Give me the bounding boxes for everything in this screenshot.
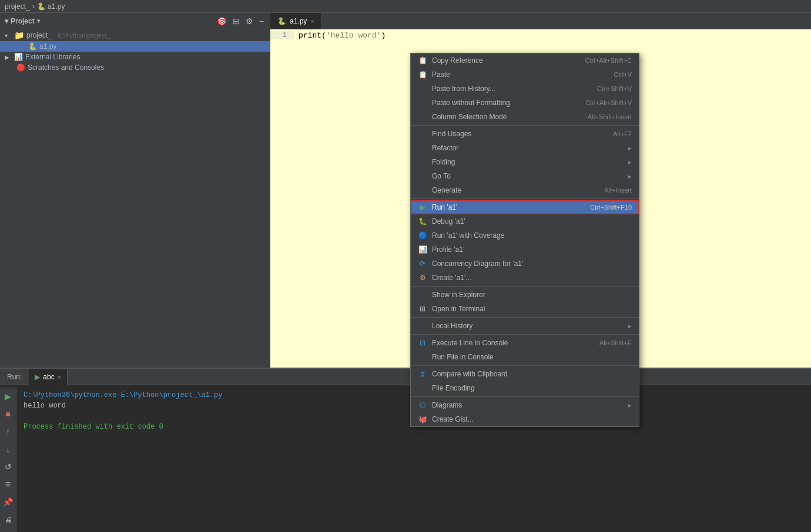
sidebar-dropdown-btn[interactable]: ▾ <box>37 18 40 24</box>
menu-item-left-folding: Folding <box>418 157 455 167</box>
pin-button[interactable]: 📌 <box>2 496 15 509</box>
menu-item-paste-from-history[interactable]: Paste from History...Ctrl+Shift+V <box>411 82 639 96</box>
bottom-sidebar-tools: ▶ ■ ↑ ↓ ↺ ≡ <box>0 388 16 532</box>
menu-item-left-compare-clipboard: ⧖Compare with Clipboard <box>418 369 508 379</box>
menu-item-show-in-explorer[interactable]: Show in Explorer <box>411 288 639 302</box>
print-button[interactable]: 🖨 <box>2 513 15 526</box>
menu-item-refactor[interactable]: Refactor▸ <box>411 141 639 155</box>
breadcrumb-project[interactable]: project_ <box>5 2 30 11</box>
menu-item-left-find-usages: Find Usages <box>418 129 471 139</box>
sidebar-item-project-root[interactable]: ▾ 📁 project_ E:\Python\project_ <box>0 29 270 41</box>
menu-label-show-in-explorer: Show in Explorer <box>432 291 485 299</box>
menu-label-compare-clipboard: Compare with Clipboard <box>432 370 508 378</box>
menu-icon-paste: 📋 <box>418 70 427 79</box>
menu-shortcut-generate: Alt+Insert <box>604 187 632 194</box>
sidebar-item-external-libs[interactable]: ▶ 📊 External Libraries <box>0 52 270 62</box>
menu-icon-diagrams: ⬡ <box>418 400 427 410</box>
rerun-icon: ↺ <box>5 462 12 472</box>
menu-item-left-show-in-explorer: Show in Explorer <box>418 290 485 299</box>
menu-shortcut-paste-without-formatting: Ctrl+Alt+Shift+V <box>585 99 632 106</box>
sidebar-locate-icon[interactable]: 🎯 <box>216 15 228 27</box>
menu-item-run-coverage[interactable]: 🔵Run 'a1' with Coverage <box>411 228 639 243</box>
scroll-end-button[interactable]: ≡ <box>2 478 15 491</box>
menu-item-column-selection-mode[interactable]: Column Selection ModeAlt+Shift+Insert <box>411 110 639 124</box>
bottom-panel-tabs: Run: ▶ abc × <box>0 369 811 385</box>
menu-item-run-a1[interactable]: ▶Run 'a1'Ctrl+Shift+F10 <box>411 200 639 214</box>
editor-tab-a1py[interactable]: 🐍 a1.py × <box>270 13 322 29</box>
menu-item-left-concurrency-diagram: ⟳Concurrency Diagram for 'a1' <box>418 259 523 268</box>
menu-item-diagrams[interactable]: ⬡Diagrams▸ <box>411 398 639 412</box>
menu-label-copy-reference: Copy Reference <box>432 56 483 65</box>
sidebar-dropdown-icon: ▾ <box>5 17 8 25</box>
menu-item-paste-without-formatting[interactable]: Paste without FormattingCtrl+Alt+Shift+V <box>411 96 639 110</box>
menu-item-left-file-encoding: File Encoding <box>418 383 475 393</box>
sidebar-item-a1py[interactable]: 🐍 a1.py <box>0 41 270 52</box>
menu-item-left-run-file-console: Run File in Console <box>418 352 494 362</box>
menu-label-profile-a1: Profile 'a1' <box>432 245 464 254</box>
menu-label-debug-a1: Debug 'a1' <box>432 217 465 225</box>
menu-item-open-in-terminal[interactable]: ⊞Open in Terminal <box>411 302 639 316</box>
menu-label-paste: Paste <box>432 70 450 79</box>
menu-icon-concurrency-diagram: ⟳ <box>418 259 427 268</box>
menu-icon-show-in-explorer <box>418 290 427 299</box>
menu-arrow-folding: ▸ <box>628 159 632 166</box>
menu-shortcut-copy-reference: Ctrl+Alt+Shift+C <box>585 57 632 64</box>
menu-item-execute-line[interactable]: ⊡Execute Line in ConsoleAlt+Shift+E <box>411 336 639 350</box>
sidebar-title: ▾ Project ▾ <box>5 17 40 25</box>
menu-item-concurrency-diagram[interactable]: ⟳Concurrency Diagram for 'a1' <box>411 257 639 271</box>
menu-icon-go-to <box>418 171 427 181</box>
stop-button[interactable]: ■ <box>2 408 15 420</box>
scroll-down-button[interactable]: ↓ <box>2 443 15 456</box>
menu-separator <box>411 125 639 126</box>
print-icon: 🖨 <box>4 515 12 524</box>
menu-item-file-encoding[interactable]: File Encoding <box>411 381 639 395</box>
menu-item-compare-clipboard[interactable]: ⧖Compare with Clipboard <box>411 367 639 381</box>
sidebar-item-scratches[interactable]: 🔴 Scratches and Consoles <box>0 62 270 73</box>
menu-item-local-history[interactable]: Local History▸ <box>411 319 639 333</box>
sidebar-settings-icon[interactable]: ⚙ <box>244 15 254 27</box>
menu-item-copy-reference[interactable]: 📋Copy ReferenceCtrl+Alt+Shift+C <box>411 53 639 68</box>
title-bar: project_ › 🐍 a1.py <box>0 0 811 13</box>
project-expand-arrow: ▾ <box>5 32 12 39</box>
bottom-tab-close[interactable]: × <box>58 373 61 381</box>
context-menu: 📋Copy ReferenceCtrl+Alt+Shift+C📋PasteCtr… <box>410 53 639 427</box>
menu-label-open-in-terminal: Open in Terminal <box>432 305 485 313</box>
pin-icon: 📌 <box>3 497 13 507</box>
sidebar-collapse-icon[interactable]: ⊟ <box>232 15 241 27</box>
menu-item-paste[interactable]: 📋PasteCtrl+V <box>411 68 639 82</box>
scroll-up-button[interactable]: ↑ <box>2 425 15 438</box>
menu-item-create-a1[interactable]: ⚙Create 'a1'... <box>411 271 639 285</box>
menu-item-find-usages[interactable]: Find UsagesAlt+F7 <box>411 127 639 141</box>
menu-item-left-run-a1: ▶Run 'a1' <box>418 203 457 212</box>
run-button[interactable]: ▶ <box>2 390 15 403</box>
menu-item-debug-a1[interactable]: 🐛Debug 'a1' <box>411 214 639 228</box>
py-file-icon: 🐍 <box>28 42 37 50</box>
menu-item-left-diagrams: ⬡Diagrams <box>418 400 462 410</box>
menu-icon-create-a1: ⚙ <box>418 273 427 282</box>
bottom-tab-abc[interactable]: ▶ abc × <box>29 369 68 385</box>
menu-item-folding[interactable]: Folding▸ <box>411 155 639 169</box>
menu-icon-execute-line: ⊡ <box>418 338 427 348</box>
menu-label-paste-without-formatting: Paste without Formatting <box>432 99 510 107</box>
tab-py-icon: 🐍 <box>277 17 286 25</box>
sidebar-close-icon[interactable]: − <box>258 15 265 27</box>
menu-item-run-file-console[interactable]: Run File in Console <box>411 350 639 364</box>
menu-item-profile-a1[interactable]: 📊Profile 'a1' <box>411 243 639 257</box>
menu-item-left-generate: Generate <box>418 186 461 195</box>
rerun-button[interactable]: ↺ <box>2 460 15 473</box>
menu-label-generate: Generate <box>432 186 461 194</box>
menu-shortcut-paste-from-history: Ctrl+Shift+V <box>597 85 632 92</box>
menu-item-go-to[interactable]: Go To▸ <box>411 169 639 183</box>
menu-arrow-diagrams: ▸ <box>628 402 632 409</box>
project-path: E:\Python\project_ <box>58 32 110 39</box>
menu-item-left-paste: 📋Paste <box>418 70 450 79</box>
run-label: Run: <box>0 373 29 381</box>
scratches-icon: 🔴 <box>16 63 25 72</box>
menu-label-local-history: Local History <box>432 322 472 330</box>
menu-item-create-gist[interactable]: 🐙Create Gist... <box>411 412 639 426</box>
menu-item-left-run-coverage: 🔵Run 'a1' with Coverage <box>418 231 504 240</box>
tab-close-icon[interactable]: × <box>310 18 314 25</box>
scroll-end-icon: ≡ <box>5 479 11 490</box>
menu-item-generate[interactable]: GenerateAlt+Insert <box>411 183 639 197</box>
menu-icon-find-usages <box>418 129 427 139</box>
